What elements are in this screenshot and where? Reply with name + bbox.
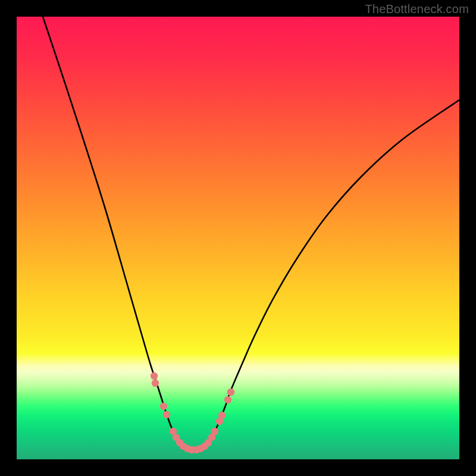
curve-dot (227, 389, 234, 396)
chart-svg (17, 17, 459, 459)
curve-dot (152, 380, 159, 387)
chart-plot-area (17, 17, 459, 459)
curve-dot (160, 403, 167, 410)
curve-dot (151, 372, 158, 380)
curve-dot (163, 411, 170, 418)
watermark-text: TheBottleneck.com (365, 2, 469, 16)
chart-frame: TheBottleneck.com (0, 0, 476, 476)
curve-dot (211, 428, 218, 435)
bottleneck-curve (43, 17, 459, 450)
curve-dot (218, 412, 226, 419)
curve-dot (224, 396, 231, 403)
curve-dots (151, 372, 234, 453)
